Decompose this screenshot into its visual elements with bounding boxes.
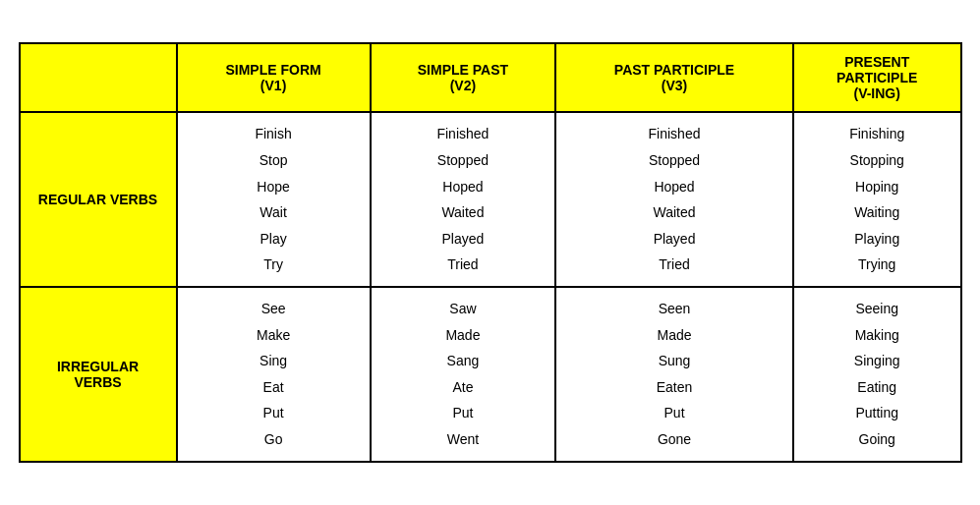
table-row: IRREGULARVERBSSeeMakeSingEatPutGoSawMade… [20, 287, 961, 462]
regular-verbs-label: REGULAR VERBS [20, 112, 177, 287]
header-empty [20, 43, 177, 112]
header-past-participle: PAST PARTICIPLE(V3) [555, 43, 793, 112]
irregular-verbs-label: IRREGULARVERBS [20, 287, 177, 462]
ving-cell: FinishingStoppingHopingWaitingPlayingTry… [793, 112, 961, 287]
header-present-participle: PRESENTPARTICIPLE(V-ING) [793, 43, 961, 112]
table-row: REGULAR VERBSFinishStopHopeWaitPlayTryFi… [20, 112, 961, 287]
v3-cell: SeenMadeSungEatenPutGone [555, 287, 793, 462]
verb-table-wrapper: SIMPLE FORM(V1) SIMPLE PAST(V2) PAST PAR… [19, 42, 962, 462]
v1-cell: FinishStopHopeWaitPlayTry [177, 112, 371, 287]
v1-cell: SeeMakeSingEatPutGo [177, 287, 371, 462]
header-simple-form: SIMPLE FORM(V1) [177, 43, 371, 112]
verb-conjugation-table: SIMPLE FORM(V1) SIMPLE PAST(V2) PAST PAR… [19, 42, 962, 462]
ving-cell: SeeingMakingSingingEatingPuttingGoing [793, 287, 961, 462]
v3-cell: FinishedStoppedHopedWaitedPlayedTried [555, 112, 793, 287]
v2-cell: SawMadeSangAtePutWent [371, 287, 555, 462]
header-simple-past: SIMPLE PAST(V2) [371, 43, 555, 112]
v2-cell: FinishedStoppedHopedWaitedPlayedTried [371, 112, 555, 287]
header-row: SIMPLE FORM(V1) SIMPLE PAST(V2) PAST PAR… [20, 43, 961, 112]
